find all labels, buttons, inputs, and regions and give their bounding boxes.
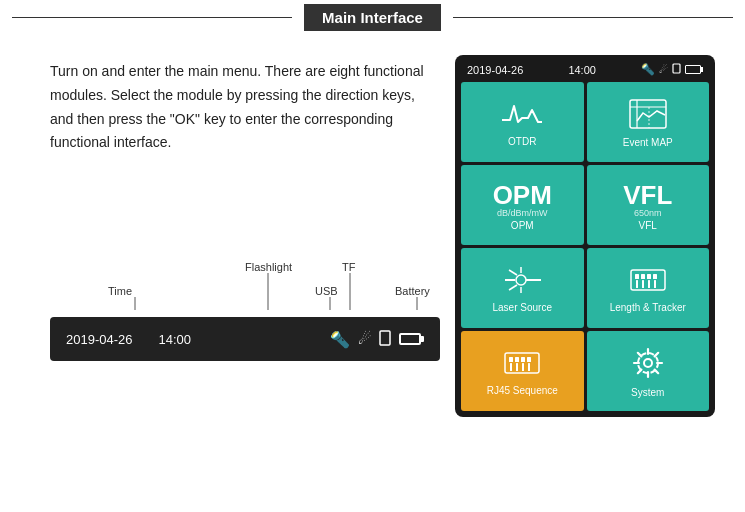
system-icon	[632, 347, 664, 383]
event-map-icon	[629, 99, 667, 133]
svg-line-12	[509, 270, 517, 275]
svg-line-13	[509, 285, 517, 290]
device-grid: OTDR Event MAP OPM dB/dBm/mW OPM VFL	[461, 82, 709, 411]
svg-rect-6	[673, 64, 680, 73]
svg-point-16	[516, 275, 526, 285]
svg-rect-35	[528, 363, 530, 371]
svg-rect-19	[635, 274, 639, 279]
svg-rect-32	[510, 363, 512, 371]
battery-body	[399, 333, 421, 345]
svg-rect-31	[527, 357, 531, 362]
rj45-sequence-label: RJ45 Sequence	[487, 385, 558, 396]
length-tracker-icon	[630, 266, 666, 298]
svg-rect-7	[630, 100, 666, 128]
vfl-icon: VFL	[623, 182, 672, 208]
device-flashlight-icon: 🔦	[641, 63, 655, 76]
diagram-labels: Time Flashlight TF USB Battery	[50, 255, 440, 315]
device-status-icons: 🔦 ☄	[641, 63, 703, 76]
svg-rect-30	[521, 357, 525, 362]
flashlight-icon: 🔦	[330, 330, 350, 349]
tf-icon	[379, 330, 391, 349]
battery-tip	[421, 336, 424, 342]
vfl-subtitle: 650nm	[634, 208, 662, 218]
svg-line-41	[638, 352, 642, 356]
module-system[interactable]: System	[587, 331, 710, 411]
diagram-time: 14:00	[159, 332, 192, 347]
length-tracker-label: Length & Tracker	[610, 302, 686, 313]
svg-rect-23	[636, 280, 638, 288]
laser-source-label: Laser Source	[493, 302, 552, 313]
device-time: 14:00	[568, 64, 596, 76]
description-text: Turn on and enter the main menu. There a…	[50, 60, 440, 155]
label-time: Time	[108, 285, 132, 297]
device-tf-icon	[672, 63, 681, 76]
diagram-area: Time Flashlight TF USB Battery 2019-04-2…	[50, 255, 440, 361]
module-vfl[interactable]: VFL 650nm VFL	[587, 165, 710, 245]
device-panel: 2019-04-26 14:00 🔦 ☄ OTDR	[455, 55, 715, 417]
label-usb: USB	[315, 285, 338, 297]
svg-rect-21	[647, 274, 651, 279]
usb-icon: ☄	[358, 330, 371, 348]
laser-source-icon	[503, 266, 541, 298]
module-otdr[interactable]: OTDR	[461, 82, 584, 162]
title-bar: Main Interface	[0, 4, 745, 31]
rj45-icon	[504, 349, 540, 381]
svg-rect-26	[654, 280, 656, 288]
opm-label: OPM	[511, 220, 534, 231]
label-flashlight: Flashlight	[245, 261, 292, 273]
opm-icon: OPM	[493, 182, 552, 208]
device-date: 2019-04-26	[467, 64, 523, 76]
device-usb-icon: ☄	[659, 64, 668, 75]
svg-rect-34	[522, 363, 524, 371]
label-tf: TF	[342, 261, 355, 273]
svg-rect-25	[648, 280, 650, 288]
otdr-label: OTDR	[508, 136, 536, 147]
module-length-tracker[interactable]: Length & Tracker	[587, 248, 710, 328]
page-title: Main Interface	[304, 4, 441, 31]
svg-rect-5	[380, 331, 390, 345]
svg-rect-22	[653, 274, 657, 279]
svg-line-42	[654, 369, 658, 373]
status-icons: 🔦 ☄	[330, 330, 424, 349]
battery-icon	[399, 333, 424, 345]
opm-subtitle: dB/dBm/mW	[497, 208, 548, 218]
event-map-label: Event MAP	[623, 137, 673, 148]
left-panel: Turn on and enter the main menu. There a…	[50, 60, 440, 155]
system-label: System	[631, 387, 664, 398]
svg-rect-24	[642, 280, 644, 288]
label-battery: Battery	[395, 285, 430, 297]
vfl-label: VFL	[639, 220, 657, 231]
svg-rect-33	[516, 363, 518, 371]
svg-point-36	[644, 359, 652, 367]
module-laser-source[interactable]: Laser Source	[461, 248, 584, 328]
device-battery-icon	[685, 65, 703, 74]
svg-line-43	[654, 352, 658, 356]
svg-rect-20	[641, 274, 645, 279]
device-status-bar: 2019-04-26 14:00 🔦 ☄	[461, 61, 709, 78]
module-event-map[interactable]: Event MAP	[587, 82, 710, 162]
module-rj45-sequence[interactable]: RJ45 Sequence	[461, 331, 584, 411]
otdr-icon	[500, 100, 544, 132]
svg-line-44	[638, 369, 642, 373]
diagram-date: 2019-04-26	[66, 332, 133, 347]
svg-rect-29	[515, 357, 519, 362]
module-opm[interactable]: OPM dB/dBm/mW OPM	[461, 165, 584, 245]
svg-rect-28	[509, 357, 513, 362]
